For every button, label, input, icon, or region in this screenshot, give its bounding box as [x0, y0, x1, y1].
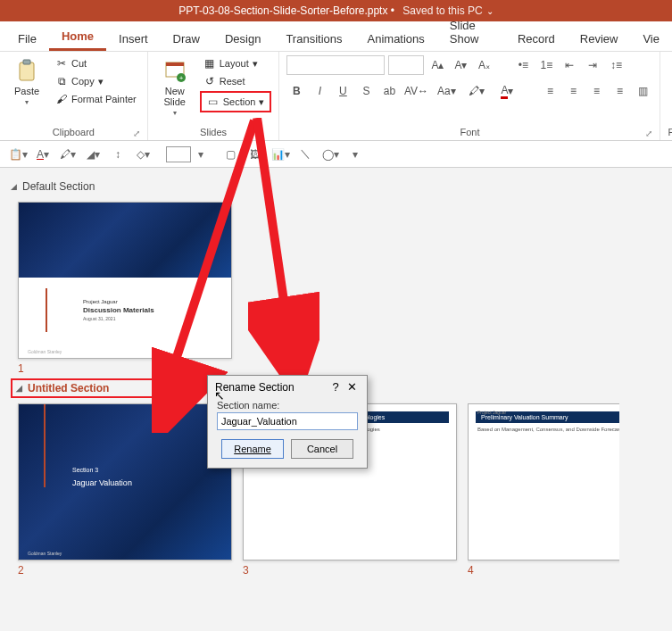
slide-thumb-2[interactable]: Section 3 Jaguar Valuation Goldman Stanl…	[18, 403, 232, 577]
clear-format-icon[interactable]: Aₓ	[474, 56, 494, 74]
file-name: PPT-03-08-Section-Slide-Sorter-Before.pp…	[178, 4, 387, 17]
shadow-icon[interactable]: ab	[379, 82, 399, 100]
reset-button[interactable]: ↺Reset	[200, 73, 272, 89]
group-clipboard: Paste ▾ ✂Cut ⧉Copy▾ 🖌Format Painter Clip…	[0, 52, 148, 140]
cancel-button[interactable]: Cancel	[291, 439, 353, 459]
ribbon: Paste ▾ ✂Cut ⧉Copy▾ 🖌Format Painter Clip…	[0, 52, 672, 141]
highlight-icon[interactable]: 🖍▾	[463, 82, 490, 100]
text-box-icon[interactable]: ▢	[220, 145, 241, 164]
save-status[interactable]: Saved to this PC	[402, 4, 482, 17]
group-font: A▴ A▾ Aₓ •≡ 1≡ ⇤ ⇥ ↕≡ B I U S ab AV↔ Aa▾…	[279, 52, 660, 140]
tab-draw[interactable]: Draw	[161, 25, 212, 51]
ribbon-tabs: File Home Insert Draw Design Transitions…	[0, 21, 672, 52]
dialog-launcher-icon[interactable]: ⤢	[133, 129, 140, 138]
font-size-combo[interactable]	[388, 55, 424, 75]
align-center-icon[interactable]: ≡	[563, 82, 583, 100]
tab-slideshow[interactable]: Slide Show	[437, 12, 505, 51]
dialog-title: Rename Section	[215, 381, 295, 394]
oval-icon[interactable]: ◯▾	[319, 145, 341, 164]
increase-indent-icon[interactable]: ⇥	[583, 56, 602, 74]
paste-special-icon[interactable]: 📋▾	[7, 145, 29, 164]
tab-insert[interactable]: Insert	[106, 25, 161, 51]
section-name-input[interactable]	[217, 412, 358, 430]
section-button[interactable]: ▭Section▾	[203, 94, 269, 110]
new-slide-button[interactable]: + New Slide ▾	[155, 55, 195, 120]
fill-dropdown-icon[interactable]: ▾	[195, 145, 207, 164]
svg-rect-0	[20, 62, 34, 80]
decrease-font-icon[interactable]: A▾	[451, 56, 470, 74]
cut-button[interactable]: ✂Cut	[52, 55, 140, 71]
line-icon[interactable]: ＼	[295, 145, 316, 164]
increase-font-icon[interactable]: A▴	[427, 56, 447, 74]
more-icon[interactable]: ▾	[344, 145, 366, 164]
chart-icon[interactable]: 📊▾	[270, 145, 291, 164]
collapse-triangle-icon: ◢	[16, 384, 22, 393]
copy-button[interactable]: ⧉Copy▾	[52, 73, 140, 89]
tab-design[interactable]: Design	[212, 25, 273, 51]
font-name-combo[interactable]	[286, 55, 385, 75]
bullets-icon[interactable]: •≡	[513, 56, 533, 74]
shapes-icon[interactable]: ◇▾	[132, 145, 153, 164]
section-header-default[interactable]: ◢ Default Section	[11, 177, 672, 196]
section-name-label: Section name:	[217, 400, 358, 411]
change-case-icon[interactable]: Aa▾	[433, 82, 460, 100]
paste-button[interactable]: Paste ▾	[7, 55, 46, 110]
strike-icon[interactable]: S	[356, 82, 376, 100]
layout-icon: ▦	[203, 57, 216, 70]
rename-section-dialog: Rename Section ? ✕ Section name: Rename …	[207, 375, 368, 469]
numbering-icon[interactable]: 1≡	[536, 56, 556, 74]
reset-icon: ↺	[203, 75, 216, 87]
format-painter-button[interactable]: 🖌Format Painter	[52, 91, 140, 107]
tab-home[interactable]: Home	[49, 22, 106, 51]
paintbrush-icon: 🖌	[55, 93, 68, 105]
slide-thumb-4[interactable]: Project Jaguar JAGUAR VALUATION Prelimin…	[468, 403, 619, 577]
slide-sorter: ◢ Default Section Project Jaguar Discuss…	[0, 168, 672, 580]
window-titlebar: PPT-03-08-Section-Slide-Sorter-Before.pp…	[0, 0, 672, 21]
shape-fill-icon[interactable]: ◢▾	[82, 145, 104, 164]
help-icon[interactable]: ?	[328, 380, 344, 394]
sort-icon[interactable]: ↕	[107, 145, 129, 164]
font-color-quick-icon[interactable]: A▾	[32, 145, 54, 164]
clipboard-icon	[14, 59, 39, 84]
svg-rect-3	[166, 62, 184, 66]
collapse-triangle-icon: ◢	[11, 182, 17, 191]
scissors-icon: ✂	[55, 57, 68, 70]
svg-rect-1	[23, 60, 30, 64]
copy-icon: ⧉	[55, 75, 68, 87]
align-left-icon[interactable]: ≡	[540, 82, 560, 100]
new-slide-icon: +	[162, 59, 187, 84]
quick-toolbar: 📋▾ A▾ 🖍▾ ◢▾ ↕ ◇▾ ▾ ▢ 🖼 📊▾ ＼ ◯▾ ▾	[0, 141, 672, 168]
picture-icon[interactable]: 🖼	[245, 145, 266, 164]
tab-view[interactable]: Vie	[630, 25, 672, 51]
section-icon: ▭	[207, 95, 220, 108]
line-spacing-icon[interactable]: ↕≡	[606, 56, 626, 74]
close-icon[interactable]: ✕	[344, 380, 360, 394]
tab-animations[interactable]: Animations	[355, 25, 437, 51]
group-slides: + New Slide ▾ ▦Layout▾ ↺Reset ▭Section▾ …	[148, 52, 280, 140]
justify-icon[interactable]: ≡	[610, 82, 629, 100]
char-spacing-icon[interactable]: AV↔	[402, 82, 429, 100]
bold-icon[interactable]: B	[286, 82, 306, 100]
section-header-untitled[interactable]: ◢ Untitled Section	[11, 378, 162, 398]
dialog-launcher-icon[interactable]: ⤢	[645, 129, 652, 138]
columns-icon[interactable]: ▥	[633, 82, 652, 100]
tab-record[interactable]: Record	[505, 25, 568, 51]
tab-review[interactable]: Review	[568, 25, 631, 51]
layout-button[interactable]: ▦Layout▾	[200, 55, 272, 71]
slide-thumb-1[interactable]: Project Jaguar Discussion Materials Augu…	[18, 202, 232, 375]
fill-swatch[interactable]	[166, 146, 191, 162]
tab-transitions[interactable]: Transitions	[273, 25, 354, 51]
italic-icon[interactable]: I	[310, 82, 329, 100]
font-color-icon[interactable]: A▾	[494, 82, 520, 100]
highlight-quick-icon[interactable]: 🖍▾	[57, 145, 79, 164]
rename-button[interactable]: Rename	[221, 439, 284, 459]
caret-down-icon: ▾	[25, 98, 29, 106]
group-paragraph: Para	[660, 52, 672, 140]
svg-text:+: +	[178, 74, 183, 82]
align-right-icon[interactable]: ≡	[586, 82, 606, 100]
decrease-indent-icon[interactable]: ⇤	[560, 56, 579, 74]
tab-file[interactable]: File	[5, 25, 49, 51]
underline-icon[interactable]: U	[333, 82, 353, 100]
